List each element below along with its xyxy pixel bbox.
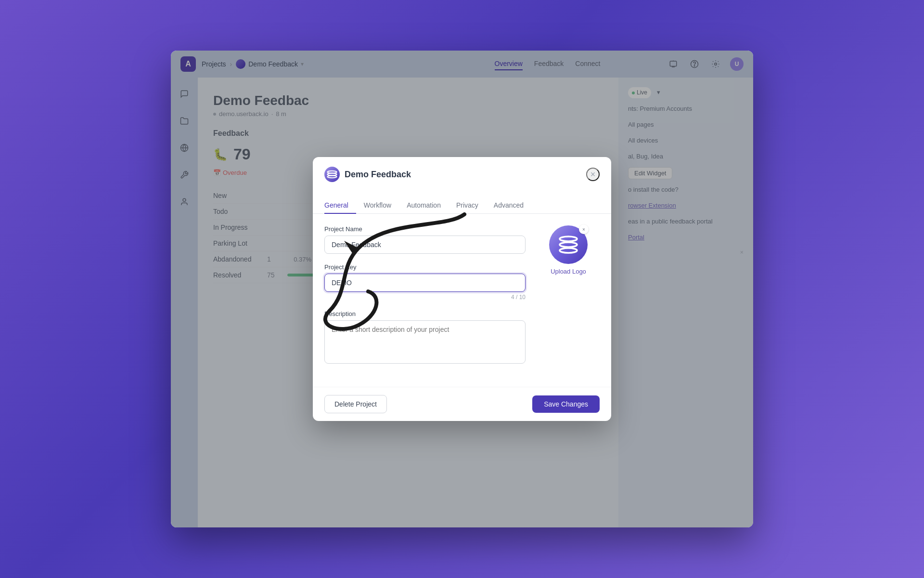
modal-tabs: General Workflow Automation Privacy Adva…	[313, 190, 611, 214]
description-label: Description	[324, 310, 526, 317]
project-key-input[interactable]	[324, 274, 526, 292]
logo-waves-icon	[554, 230, 583, 259]
tab-general[interactable]: General	[324, 197, 356, 214]
char-count: 4 / 10	[324, 294, 526, 301]
modal-logo-icon	[324, 167, 340, 182]
logo-upload-area: × Upload Logo	[537, 225, 600, 375]
svg-point-6	[324, 167, 340, 182]
tab-advanced[interactable]: Advanced	[486, 197, 531, 214]
modal-body: Project Name Project Key 4 / 10 Descript…	[313, 214, 611, 387]
modal-close-button[interactable]: ×	[586, 168, 600, 181]
upload-logo-button[interactable]: Upload Logo	[551, 268, 586, 275]
logo-clear-button[interactable]: ×	[579, 224, 589, 234]
modal-form: Project Name Project Key 4 / 10 Descript…	[324, 225, 526, 375]
project-name-label: Project Name	[324, 225, 526, 233]
modal-title-area: Demo Feedback	[324, 167, 411, 182]
save-changes-button[interactable]: Save Changes	[532, 395, 600, 413]
tab-privacy[interactable]: Privacy	[449, 197, 486, 214]
project-name-input[interactable]	[324, 236, 526, 254]
svg-point-11	[560, 242, 577, 247]
tab-workflow[interactable]: Workflow	[356, 197, 399, 214]
tab-automation[interactable]: Automation	[399, 197, 449, 214]
project-key-label: Project Key	[324, 263, 526, 271]
project-key-group: Project Key 4 / 10	[324, 263, 526, 301]
svg-point-12	[560, 248, 577, 253]
modal-header: Demo Feedback ×	[313, 157, 611, 182]
delete-project-button[interactable]: Delete Project	[324, 395, 387, 413]
modal-title: Demo Feedback	[345, 170, 411, 180]
description-group: Description	[324, 310, 526, 366]
svg-point-10	[560, 236, 577, 241]
project-name-group: Project Name	[324, 225, 526, 254]
modal-overlay: Demo Feedback × General Workflow Automat…	[171, 51, 753, 527]
description-textarea[interactable]	[324, 320, 526, 364]
project-settings-modal: Demo Feedback × General Workflow Automat…	[313, 157, 611, 421]
app-window: A Projects › Demo Feedback ▾ Overview Fe…	[171, 51, 753, 527]
logo-preview-wrap: ×	[549, 225, 588, 268]
modal-footer: Delete Project Save Changes	[313, 387, 611, 421]
